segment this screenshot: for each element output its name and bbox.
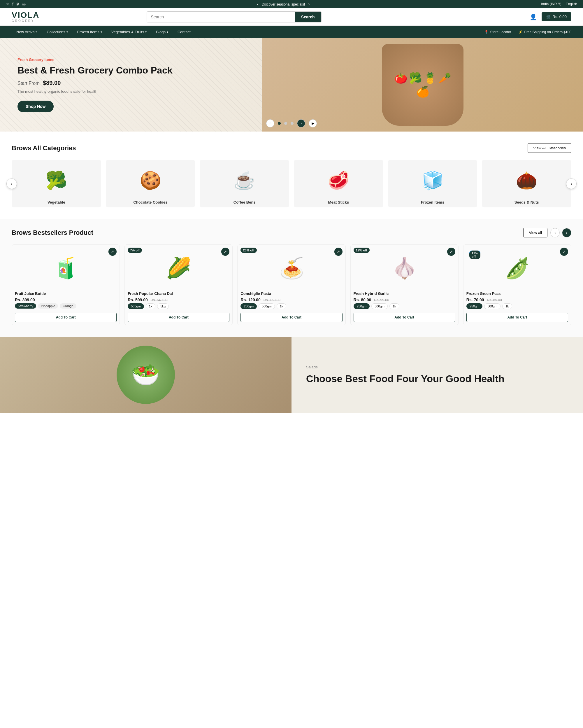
variant-pineapple[interactable]: Pineapple bbox=[38, 303, 58, 309]
category-frozen-name: Frozen Items bbox=[421, 200, 444, 205]
shop-now-button[interactable]: Shop Now bbox=[18, 101, 54, 112]
store-locator[interactable]: 📍 Store Locator bbox=[484, 30, 511, 34]
cart-amount: Rs. 0.00 bbox=[553, 15, 567, 19]
variant-orange[interactable]: Orange bbox=[60, 303, 76, 309]
variant-500gm[interactable]: 500gm bbox=[128, 303, 144, 309]
category-seeds-nuts[interactable]: 🌰 Seeds & Nuts bbox=[482, 160, 571, 207]
product-badge-chana: 7% off bbox=[128, 248, 142, 253]
category-chocolate-cookies[interactable]: 🍪 Chocolate Cookies bbox=[106, 160, 195, 207]
facebook-icon[interactable]: f bbox=[12, 2, 13, 6]
add-to-cart-juice[interactable]: Add To Cart bbox=[15, 313, 117, 322]
bestsellers-title: Brows Bestsellers Product bbox=[12, 229, 93, 237]
add-to-cart-chana[interactable]: Add To Cart bbox=[128, 313, 229, 322]
location-icon: 📍 bbox=[484, 30, 489, 34]
categories-section: Brows All Categories View All Categories… bbox=[0, 132, 583, 219]
free-shipping[interactable]: ⚡ Free Shipping on Orders $100 bbox=[518, 30, 571, 34]
product-pasta-name: Conchiglie Pasta bbox=[241, 291, 342, 296]
bestsellers-header: Brows Bestsellers Product View all ‹ › bbox=[12, 228, 571, 237]
lightning-icon: ⚡ bbox=[518, 30, 523, 34]
language-selector[interactable]: English bbox=[566, 2, 577, 6]
product-pasta: 20% off ⤢ 🍝 Conchiglie Pasta Rs. 120.00 … bbox=[237, 244, 345, 325]
product-juice-image: 🧃 bbox=[15, 248, 117, 288]
bestsellers-section: Brows Bestsellers Product View all ‹ › ⤢… bbox=[0, 219, 583, 337]
add-to-cart-pasta[interactable]: Add To Cart bbox=[241, 313, 342, 322]
category-meat-image: 🥩 bbox=[297, 163, 381, 198]
categories-carousel: ‹ 🥦 Vegetable 🍪 Chocolate Cookies ☕ Coff… bbox=[12, 160, 571, 207]
nav-vegetables[interactable]: Vegetables & Fruits ▾ bbox=[107, 26, 151, 38]
category-frozen-image: 🧊 bbox=[391, 163, 475, 198]
add-to-cart-garlic[interactable]: Add To Cart bbox=[354, 313, 455, 322]
product-expand-button[interactable]: ⤢ bbox=[108, 248, 117, 256]
nav-blogs[interactable]: Blogs ▾ bbox=[151, 26, 173, 38]
chevron-down-icon: ▾ bbox=[66, 30, 68, 33]
variant-500gm[interactable]: 500gm bbox=[484, 303, 500, 309]
variant-500gm[interactable]: 500gm bbox=[258, 303, 275, 309]
product-fruit-juice: ⤢ 🧃 Fruit Juice Bottle Rs. 399.00 Strawb… bbox=[12, 244, 120, 325]
bottom-banner-content: Salads Choose Best Food Four Your Good H… bbox=[292, 337, 583, 413]
pinterest-icon[interactable]: 𝗣 bbox=[16, 2, 19, 6]
product-chana-variants: 500gm 1k 5kg bbox=[128, 303, 229, 309]
instagram-icon[interactable]: ◎ bbox=[22, 2, 26, 6]
logo[interactable]: VIOLA Grocery bbox=[12, 11, 40, 23]
header-icons: 👤 🛒 Rs. 0.00 bbox=[530, 12, 571, 21]
products-next-button[interactable]: › bbox=[562, 228, 571, 237]
nav-new-arrivals[interactable]: New Arrivals bbox=[12, 26, 42, 38]
variant-5kg[interactable]: 5kg bbox=[157, 303, 169, 309]
category-meat-sticks[interactable]: 🥩 Meat Sticks bbox=[294, 160, 383, 207]
product-garlic-variants: 250gm 500gm 1k bbox=[354, 303, 455, 309]
product-expand-button[interactable]: ⤢ bbox=[334, 248, 342, 256]
prev-arrow[interactable]: ‹ bbox=[255, 2, 261, 6]
products-prev-button[interactable]: ‹ bbox=[550, 228, 560, 237]
account-icon[interactable]: 👤 bbox=[530, 14, 537, 20]
categories-grid: 🥦 Vegetable 🍪 Chocolate Cookies ☕ Coffee… bbox=[12, 160, 571, 207]
categories-prev-button[interactable]: ‹ bbox=[6, 179, 17, 189]
cart-button[interactable]: 🛒 Rs. 0.00 bbox=[542, 12, 571, 21]
nav-frozen-items[interactable]: Frozen Items ▾ bbox=[73, 26, 107, 38]
variant-1k[interactable]: 1k bbox=[277, 303, 286, 309]
view-all-products-button[interactable]: View all bbox=[523, 228, 548, 237]
categories-next-button[interactable]: › bbox=[566, 179, 577, 189]
hero-dot-2[interactable] bbox=[284, 122, 287, 125]
hero-dot-3[interactable] bbox=[290, 122, 294, 125]
hero-next-button[interactable]: › bbox=[297, 119, 305, 127]
variant-250gm[interactable]: 250gm bbox=[466, 303, 483, 309]
product-expand-button[interactable]: ⤢ bbox=[560, 248, 568, 256]
twitter-icon[interactable]: ✕ bbox=[6, 2, 9, 6]
hero-play-button[interactable]: ▶ bbox=[309, 119, 317, 127]
product-juice-price: Rs. 399.00 bbox=[15, 297, 117, 302]
category-vegetable[interactable]: 🥦 Vegetable bbox=[12, 160, 101, 207]
cart-icon: 🛒 bbox=[546, 15, 551, 19]
bottom-banner: 🥗 Salads Choose Best Food Four Your Good… bbox=[0, 337, 583, 413]
product-expand-button[interactable]: ⤢ bbox=[447, 248, 455, 256]
variant-500gm[interactable]: 500gm bbox=[371, 303, 388, 309]
hero-description: The most healthy organic food is safe fo… bbox=[18, 89, 172, 94]
product-badge-off: 17% off bbox=[469, 251, 480, 259]
variant-1k[interactable]: 1k bbox=[389, 303, 399, 309]
category-seeds-name: Seeds & Nuts bbox=[515, 200, 539, 205]
region-selector[interactable]: India (INR ₹) bbox=[541, 2, 561, 6]
variant-250gm[interactable]: 250gm bbox=[354, 303, 370, 309]
variant-1k[interactable]: 1k bbox=[502, 303, 512, 309]
variant-1k[interactable]: 1k bbox=[146, 303, 156, 309]
announcement-text: ‹ Discover seasonal specials! › bbox=[26, 2, 541, 6]
category-coffee-bens[interactable]: ☕ Coffee Bens bbox=[200, 160, 289, 207]
logo-subtitle: Grocery bbox=[12, 19, 40, 23]
product-badge-garlic: 19% off bbox=[354, 248, 370, 253]
search-button[interactable]: Search bbox=[295, 12, 321, 22]
navbar: New Arrivals Collections ▾ Frozen Items … bbox=[0, 26, 583, 38]
nav-contact[interactable]: Contact bbox=[173, 26, 195, 38]
variant-250gm[interactable]: 250gm bbox=[241, 303, 257, 309]
hero-price: Start From $89.00 bbox=[18, 80, 172, 86]
category-frozen-items[interactable]: 🧊 Frozen Items bbox=[388, 160, 477, 207]
hero-dot-1[interactable] bbox=[278, 122, 281, 125]
next-arrow[interactable]: › bbox=[306, 2, 312, 6]
variant-strawberry[interactable]: Strawberry bbox=[15, 303, 36, 309]
search-input[interactable] bbox=[147, 12, 295, 22]
nav-collections[interactable]: Collections ▾ bbox=[42, 26, 73, 38]
add-to-cart-peas[interactable]: Add To Cart bbox=[466, 313, 568, 322]
hero-prev-button[interactable]: ‹ bbox=[266, 119, 274, 127]
product-badge-pasta: 20% off bbox=[241, 248, 256, 253]
product-peas-variants: 250gm 500gm 1k bbox=[466, 303, 568, 309]
social-icons: ✕ f 𝗣 ◎ bbox=[6, 2, 26, 6]
view-all-categories-button[interactable]: View All Categories bbox=[528, 143, 571, 153]
